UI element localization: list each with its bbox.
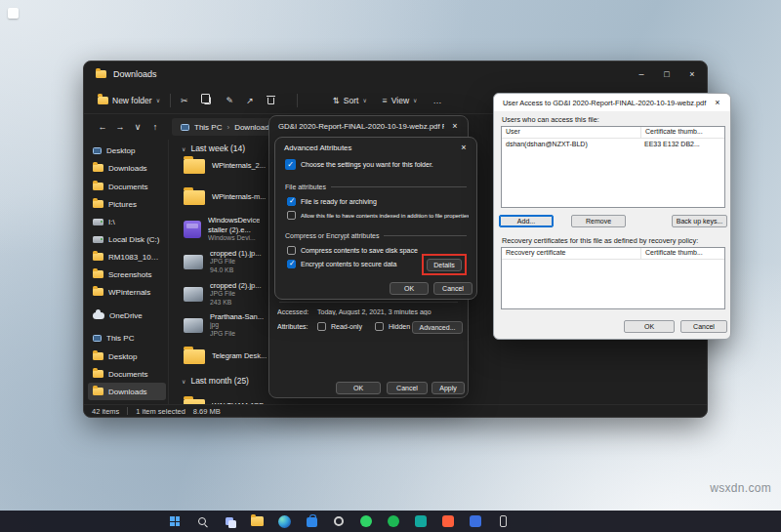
taskbar-task-view-button[interactable] (221, 512, 238, 530)
taskbar-app-button[interactable] (439, 512, 457, 530)
cut-button[interactable]: ✂ (181, 96, 188, 105)
cancel-button[interactable]: Cancel (387, 382, 428, 394)
new-folder-button[interactable]: New folder ∨ (98, 96, 160, 105)
edge-icon (278, 515, 291, 528)
settings-check-icon: ✓ (285, 159, 296, 170)
app-icon (415, 515, 427, 527)
sidebar-item-downloads[interactable]: Downloads (88, 159, 166, 177)
taskbar-settings-button[interactable] (330, 512, 348, 530)
sort-icon: ⇅ (333, 96, 340, 105)
advanced-dialog-titlebar[interactable]: Advanced Attributes (275, 138, 453, 157)
sidebar-item-desktop[interactable]: Desktop (88, 142, 166, 159)
taskbar-app-button[interactable] (412, 512, 430, 530)
taskbar-store-button[interactable] (303, 512, 320, 530)
hidden-checkbox[interactable] (375, 322, 384, 331)
copy-button[interactable] (204, 97, 211, 104)
encrypt-checkbox-row[interactable]: Encrypt contents to secure data (287, 260, 416, 268)
encrypt-checkbox[interactable] (287, 260, 296, 268)
more-options-button[interactable]: … (432, 96, 441, 105)
sidebar-item-local-disk-c[interactable]: Local Disk (C:) (88, 230, 166, 248)
cancel-button[interactable]: Cancel (433, 282, 473, 295)
up-button[interactable]: ↑ (146, 122, 164, 132)
sort-button[interactable]: ⇅ Sort ∨ (333, 96, 367, 105)
view-button[interactable]: ≡ View ∨ (383, 96, 418, 105)
properties-dialog-titlebar[interactable]: GD&I 2020-Report-FINAL-2020-10-19-webz.p… (269, 116, 444, 136)
index-checkbox-row[interactable]: Allow this file to have contents indexed… (287, 211, 469, 220)
explorer-titlebar[interactable]: Downloads – □ × (84, 61, 707, 87)
ok-button[interactable]: OK (336, 382, 381, 394)
taskbar-app-button[interactable] (467, 512, 484, 530)
pc-icon (93, 335, 102, 342)
breadcrumb-this-pc[interactable]: This PC (194, 123, 222, 132)
taskbar-app-button[interactable] (385, 512, 402, 530)
folder-icon (93, 288, 103, 296)
taskbar-search-button[interactable] (193, 512, 211, 530)
sidebar-item-documents[interactable]: Documents (88, 178, 166, 195)
archive-checkbox-row[interactable]: File is ready for archiving (287, 197, 469, 206)
share-button[interactable]: ↗ (246, 96, 254, 105)
task-view-icon (226, 517, 233, 525)
remove-button[interactable]: Remove (571, 215, 626, 227)
desktop-shortcut-icon[interactable] (8, 8, 19, 19)
close-icon[interactable]: × (446, 118, 464, 133)
delete-button[interactable] (267, 98, 274, 104)
close-icon[interactable]: × (709, 95, 726, 109)
section-compress-encrypt: Compress or Encrypt attributes (285, 232, 467, 239)
cancel-button[interactable]: Cancel (680, 320, 727, 333)
chevron-down-icon: ∨ (182, 378, 185, 385)
drive-icon (93, 236, 103, 243)
close-button[interactable]: × (679, 61, 705, 87)
recent-locations-button[interactable]: ∨ (129, 122, 146, 132)
backup-keys-button[interactable]: Back up keys... (672, 215, 727, 227)
forward-button[interactable]: → (111, 122, 129, 132)
taskbar-phone-link-button[interactable] (494, 512, 512, 530)
dialog-title: GD&I 2020-Report-FINAL-2020-10-19-webz.p… (278, 122, 444, 131)
sidebar-item-this-pc-desktop[interactable]: Desktop (88, 348, 166, 365)
add-button[interactable]: Add... (499, 215, 554, 227)
accessed-row: Accessed: Today, August 2, 2021, 3 minut… (277, 308, 460, 315)
divider (279, 302, 458, 303)
app-icon (360, 515, 372, 527)
app-icon (470, 515, 481, 527)
readonly-checkbox[interactable] (317, 322, 326, 331)
taskbar-app-button[interactable] (357, 512, 375, 530)
app-icon (388, 515, 399, 527)
maximize-button[interactable]: □ (654, 61, 679, 87)
compress-checkbox[interactable] (287, 246, 296, 255)
advanced-button[interactable]: Advanced... (412, 321, 463, 334)
search-icon (198, 517, 206, 525)
taskbar-edge-button[interactable] (275, 512, 293, 530)
sidebar-item-this-pc-documents[interactable]: Documents (88, 365, 166, 383)
folder-icon (93, 183, 103, 190)
explorer-sidebar: Desktop Downloads Documents Pictures I:\… (84, 140, 169, 404)
image-thumbnail (184, 318, 203, 333)
sidebar-item-this-pc[interactable]: This PC (88, 329, 166, 347)
users-table[interactable]: User Certificate thumb... dshan(dshan@NZ… (501, 126, 725, 208)
column-header-user: User (502, 127, 640, 138)
sidebar-item-onedrive[interactable]: OneDrive (88, 307, 166, 324)
taskbar-file-explorer-button[interactable] (248, 512, 266, 530)
taskbar-start-button[interactable] (166, 512, 184, 530)
sidebar-item-pictures[interactable]: Pictures (88, 195, 166, 213)
index-checkbox[interactable] (287, 211, 296, 220)
sidebar-item-this-pc-downloads[interactable]: Downloads (88, 383, 166, 400)
back-button[interactable]: ← (94, 122, 111, 132)
sidebar-item-screenshots[interactable]: Screenshots (88, 266, 166, 283)
table-row[interactable]: dshan(dshan@NZXT-BLD) EE33 E132 DB2... (502, 140, 724, 151)
rename-button[interactable]: ✎ (226, 96, 234, 105)
close-icon[interactable]: × (455, 140, 473, 154)
users-label: Users who can access this file: (502, 115, 599, 124)
breadcrumb-downloads[interactable]: Downloads (234, 123, 273, 132)
apply-button[interactable]: Apply (432, 382, 465, 394)
ok-button[interactable]: OK (624, 320, 675, 333)
group-header-last-month[interactable]: ∨ Last month (25) (182, 376, 249, 386)
archive-checkbox[interactable] (287, 197, 296, 206)
sidebar-item-drive-i[interactable]: I:\ (88, 213, 166, 230)
sidebar-item-rm1083[interactable]: RM1083_1078.0... (88, 248, 166, 266)
ok-button[interactable]: OK (390, 282, 429, 295)
minimize-button[interactable]: – (629, 61, 654, 87)
recovery-table[interactable]: Recovery certificate Certificate thumb..… (501, 247, 725, 309)
drive-icon (93, 219, 103, 225)
sidebar-item-wpinternals[interactable]: WPinternals (88, 283, 166, 301)
user-access-dialog-titlebar[interactable]: User Access to GD&I 2020-Report-FINAL-20… (494, 94, 730, 111)
